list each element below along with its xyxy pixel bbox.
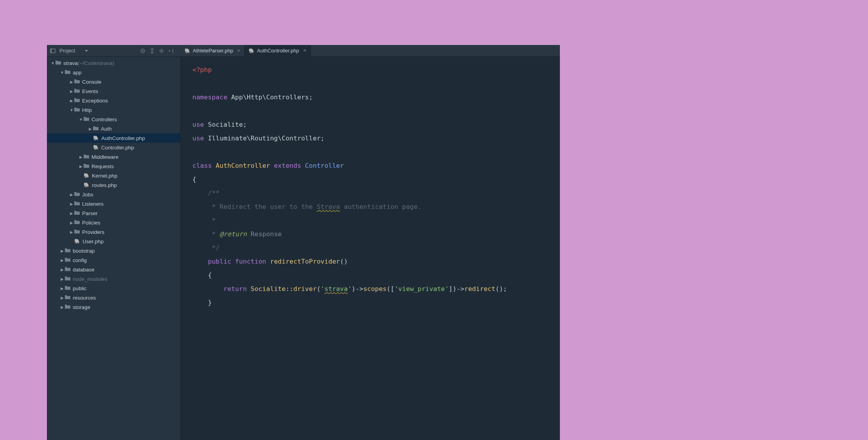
folder-icon (56, 60, 61, 66)
chevron-right-icon[interactable]: ▶ (59, 296, 65, 300)
chevron-right-icon[interactable]: ▶ (69, 99, 74, 103)
chevron-down-icon[interactable]: ▼ (78, 117, 84, 122)
tree-folder[interactable]: ▼Controllers (47, 115, 180, 124)
tree-folder[interactable]: ▶bootstrap (47, 246, 180, 255)
php-file-icon: 🐘 (74, 239, 80, 244)
chevron-right-icon[interactable]: ▶ (69, 89, 74, 93)
chevron-right-icon[interactable]: ▶ (69, 221, 74, 225)
code-text: Controller (305, 162, 344, 169)
tree-file[interactable]: 🐘routes.php (47, 180, 180, 190)
tree-folder[interactable]: ▶Providers (47, 227, 180, 237)
tree-folder[interactable]: ▶config (47, 255, 180, 265)
code-text: */ (192, 244, 220, 251)
chevron-right-icon[interactable]: ▶ (59, 249, 65, 253)
tree-item-label: Middleware (91, 154, 118, 160)
code-text: <?php (192, 66, 212, 74)
tree-item-label: routes.php (92, 182, 117, 188)
code-text: } (192, 299, 212, 306)
tree-item-label: Controller.php (101, 145, 134, 151)
php-file-icon: 🐘 (249, 48, 255, 54)
code-text: public (208, 258, 231, 265)
chevron-right-icon[interactable]: ▶ (59, 268, 65, 272)
chevron-right-icon[interactable]: ▶ (59, 277, 65, 281)
tree-folder[interactable]: ▶node_modules (47, 274, 180, 284)
chevron-right-icon[interactable]: ▶ (69, 230, 74, 234)
code-text: use (192, 121, 204, 128)
code-text: redirect (464, 285, 495, 293)
tree-folder[interactable]: ▶Events (47, 86, 180, 96)
chevron-down-icon[interactable]: ▼ (69, 108, 74, 112)
tree-folder[interactable]: ▼strava (~/Code/strava) (47, 58, 180, 68)
close-icon[interactable]: ✕ (303, 48, 307, 53)
code-text: authentication page. (340, 203, 422, 210)
tree-folder[interactable]: ▼Http (47, 105, 180, 115)
tree-folder[interactable]: ▶Policies (47, 218, 180, 227)
folder-icon (65, 248, 70, 254)
tree-file[interactable]: 🐘Controller.php (47, 143, 180, 152)
code-text: strava (325, 285, 348, 293)
tree-file[interactable]: 🐘User.php (47, 237, 180, 246)
target-icon[interactable] (140, 48, 145, 54)
code-text: use (192, 135, 204, 142)
close-icon[interactable]: ✕ (237, 48, 240, 53)
chevron-down-icon[interactable] (84, 49, 88, 53)
tree-item-label: node_modules (73, 276, 108, 282)
code-text: namespace (192, 93, 227, 101)
code-editor[interactable]: <?php namespace App\Http\Controllers; us… (181, 57, 560, 440)
chevron-right-icon[interactable]: ▶ (78, 155, 84, 159)
chevron-right-icon[interactable]: ▶ (88, 127, 93, 131)
editor-tabs: 🐘AthleteParser.php✕🐘AuthController.php✕ (181, 45, 311, 57)
folder-icon (74, 201, 80, 207)
editor-tab[interactable]: 🐘AthleteParser.php✕ (181, 45, 245, 57)
tree-folder[interactable]: ▶Middleware (47, 152, 180, 162)
folder-icon (74, 88, 80, 94)
project-tree[interactable]: ▼strava (~/Code/strava)▼app▶Console▶Even… (47, 57, 181, 440)
tree-item-label: strava (63, 60, 78, 66)
code-text: ' (348, 285, 352, 293)
settings-gear-icon[interactable] (159, 48, 164, 54)
folder-icon (65, 70, 70, 75)
tree-item-label: Controllers (91, 117, 117, 122)
code-text: () (340, 258, 348, 265)
chevron-down-icon[interactable]: ▼ (50, 61, 56, 65)
tree-item-label: storage (73, 304, 90, 310)
tree-item-label: Auth (101, 126, 112, 132)
tree-folder[interactable]: ▶Requests (47, 162, 180, 171)
chevron-right-icon[interactable]: ▶ (69, 211, 74, 216)
tree-folder[interactable]: ▶Listeners (47, 199, 180, 208)
code-text: @return (220, 230, 247, 238)
tree-folder[interactable]: ▶public (47, 284, 180, 293)
folder-icon (65, 295, 70, 301)
project-panel-icon (50, 48, 56, 54)
tab-label: AthleteParser.php (193, 48, 233, 54)
code-text: )-> (352, 285, 363, 293)
chevron-right-icon[interactable]: ▶ (59, 305, 65, 309)
hide-icon[interactable] (168, 48, 174, 54)
editor-tab[interactable]: 🐘AuthController.php✕ (245, 45, 311, 57)
tree-folder[interactable]: ▶Console (47, 77, 180, 86)
tree-item-label: bootstrap (73, 248, 95, 254)
tree-folder[interactable]: ▶Parser (47, 208, 180, 218)
project-tool-header: Project (47, 48, 181, 54)
code-text: (); (495, 285, 507, 293)
tree-folder[interactable]: ▶Auth (47, 124, 180, 133)
tree-folder[interactable]: ▶Exceptions (47, 96, 180, 105)
code-text: * (192, 217, 216, 224)
chevron-right-icon[interactable]: ▶ (59, 258, 65, 262)
chevron-right-icon[interactable]: ▶ (59, 286, 65, 291)
chevron-right-icon[interactable]: ▶ (69, 202, 74, 206)
chevron-right-icon[interactable]: ▶ (69, 80, 74, 84)
tree-folder[interactable]: ▶Jobs (47, 190, 180, 199)
tree-file[interactable]: 🐘AuthController.php (47, 133, 180, 143)
tree-folder[interactable]: ▶database (47, 265, 180, 274)
tree-folder[interactable]: ▶storage (47, 302, 180, 312)
collapse-icon[interactable] (149, 48, 155, 54)
tree-file[interactable]: 🐘Kernel.php (47, 171, 180, 180)
chevron-right-icon[interactable]: ▶ (69, 192, 74, 197)
chevron-right-icon[interactable]: ▶ (78, 164, 84, 169)
tree-folder[interactable]: ▶resources (47, 293, 180, 302)
tree-item-label: Events (82, 88, 98, 94)
tree-item-label: AuthController.php (101, 135, 145, 141)
tree-folder[interactable]: ▼app (47, 68, 180, 77)
chevron-down-icon[interactable]: ▼ (59, 70, 65, 75)
